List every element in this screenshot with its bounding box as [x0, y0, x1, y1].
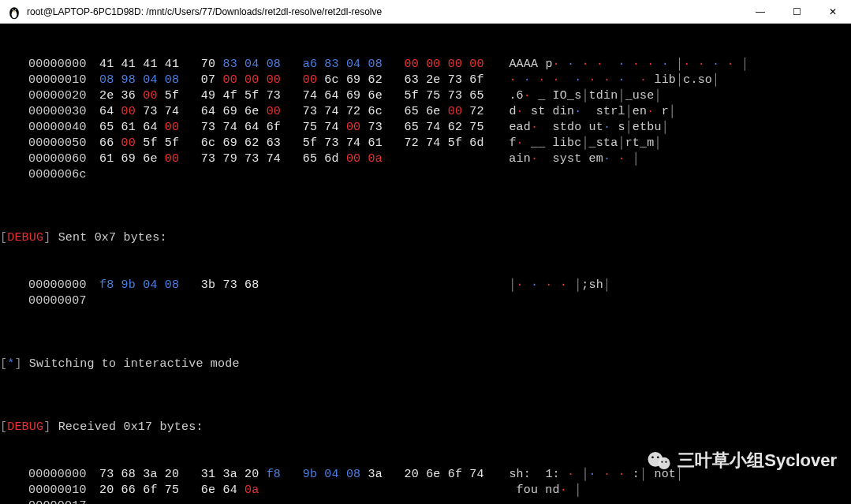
- hex-offset: 00000040: [28, 120, 99, 136]
- hex-offset: 00000050: [28, 136, 99, 151]
- svg-point-8: [662, 461, 663, 463]
- terminal-output[interactable]: 0000000041 41 41 41 70 83 04 08 a6 83 04…: [0, 24, 851, 504]
- hex-ascii: fou nd· │: [509, 483, 581, 498]
- hex-bytes: 20 66 6f 75 6e 64 0a: [99, 483, 267, 498]
- debug-tag: DEBUG: [7, 420, 43, 435]
- hex-ascii: .6· _ IO_s│tdin│_use│: [509, 88, 661, 104]
- hex-ascii: ain· syst em· · │: [509, 151, 640, 167]
- svg-point-5: [659, 457, 670, 469]
- hex-offset: 00000020: [28, 88, 99, 104]
- hexdump-row: 0000006061 69 6e 00 73 79 73 74 65 6d 00…: [0, 151, 848, 167]
- star-tag: *: [7, 357, 14, 372]
- close-button[interactable]: ✕: [815, 0, 851, 24]
- hex-bytes: 08 98 04 08 07 00 00 00 00 6c 69 62 63 2…: [99, 73, 491, 88]
- hexdump-row: 00000017: [0, 498, 848, 504]
- hex-ascii: AAAA p· · · · · · · · │· · · · │: [509, 57, 748, 73]
- hex-bytes: f8 9b 04 08 3b 73 68: [99, 278, 267, 293]
- debug-msg: Received 0x17 bytes:: [58, 420, 203, 435]
- hexdump-row: 0000005066 00 5f 5f 6c 69 62 63 5f 73 74…: [0, 136, 848, 151]
- svg-point-9: [666, 461, 667, 463]
- hexdump-row: 00000007: [0, 293, 848, 309]
- minimize-button[interactable]: —: [742, 0, 778, 24]
- hexdump-row: 0000006c: [0, 167, 848, 183]
- hex-offset: 00000000: [28, 278, 99, 293]
- hex-offset: 00000000: [28, 57, 99, 73]
- hex-offset: 0000006c: [28, 167, 99, 183]
- hex-bytes: 61 69 6e 00 73 79 73 74 65 6d 00 0a: [99, 151, 390, 167]
- maximize-button[interactable]: ☐: [778, 0, 815, 24]
- hexdump-row: 00000000f8 9b 04 08 3b 73 68 │· · · · │;…: [0, 278, 848, 293]
- svg-point-3: [15, 9, 17, 10]
- hex-offset: 00000017: [28, 498, 99, 504]
- hex-ascii: │· · · · │;sh│: [509, 278, 610, 293]
- watermark: 三叶草小组Syclover: [646, 447, 837, 474]
- switching-msg: Switching to interactive mode: [29, 357, 240, 372]
- hex-bytes: 64 00 73 74 64 69 6e 00 73 74 72 6c 65 6…: [99, 104, 491, 120]
- svg-point-7: [657, 456, 659, 458]
- hex-offset: 00000060: [28, 151, 99, 167]
- hex-bytes: 2e 36 00 5f 49 4f 5f 73 74 64 69 6e 5f 7…: [99, 88, 491, 104]
- wechat-icon: [646, 447, 673, 474]
- svg-point-6: [651, 456, 654, 458]
- hex-bytes: 73 68 3a 20 31 3a 20 f8 9b 04 08 3a 20 6…: [99, 467, 491, 483]
- hex-offset: 00000010: [28, 73, 99, 88]
- hex-ascii: ead· stdo ut· s│etbu│: [509, 120, 668, 136]
- window-title: root@LAPTOP-6PC1D98D: /mnt/c/Users/77/Do…: [27, 6, 742, 17]
- hexdump-row: 000000202e 36 00 5f 49 4f 5f 73 74 64 69…: [0, 88, 848, 104]
- hex-offset: 00000030: [28, 104, 99, 120]
- bracket: [: [0, 230, 7, 246]
- watermark-text: 三叶草小组Syclover: [677, 449, 837, 472]
- hexdump-row: 0000001020 66 6f 75 6e 64 0a fou nd· │: [0, 483, 848, 498]
- hexdump-row: 0000001008 98 04 08 07 00 00 00 00 6c 69…: [0, 73, 848, 88]
- hexdump-row: 0000000041 41 41 41 70 83 04 08 a6 83 04…: [0, 57, 848, 73]
- window-controls: — ☐ ✕: [742, 0, 851, 24]
- hexdump-row: 0000003064 00 73 74 64 69 6e 00 73 74 72…: [0, 104, 848, 120]
- hex-ascii: f· __ libc│_sta│rt_m│: [509, 136, 661, 151]
- hex-ascii: · · · · · · · · · lib│c.so│: [509, 73, 719, 88]
- window-titlebar: root@LAPTOP-6PC1D98D: /mnt/c/Users/77/Do…: [0, 0, 851, 24]
- debug-tag: DEBUG: [7, 230, 43, 246]
- hex-ascii: d· st din· strl│en· r│: [509, 104, 676, 120]
- hex-bytes: 65 61 64 00 73 74 64 6f 75 74 00 73 65 7…: [99, 120, 491, 136]
- penguin-icon: [6, 4, 22, 20]
- hex-offset: 00000007: [28, 293, 99, 309]
- hex-offset: 00000000: [28, 467, 99, 483]
- debug-msg: Sent 0x7 bytes:: [58, 230, 167, 246]
- hex-bytes: 66 00 5f 5f 6c 69 62 63 5f 73 74 61 72 7…: [99, 136, 491, 151]
- hex-bytes: 41 41 41 41 70 83 04 08 a6 83 04 08 00 0…: [99, 57, 491, 73]
- svg-point-2: [13, 9, 14, 10]
- hex-offset: 00000010: [28, 483, 99, 498]
- hexdump-row: 0000004065 61 64 00 73 74 64 6f 75 74 00…: [0, 120, 848, 136]
